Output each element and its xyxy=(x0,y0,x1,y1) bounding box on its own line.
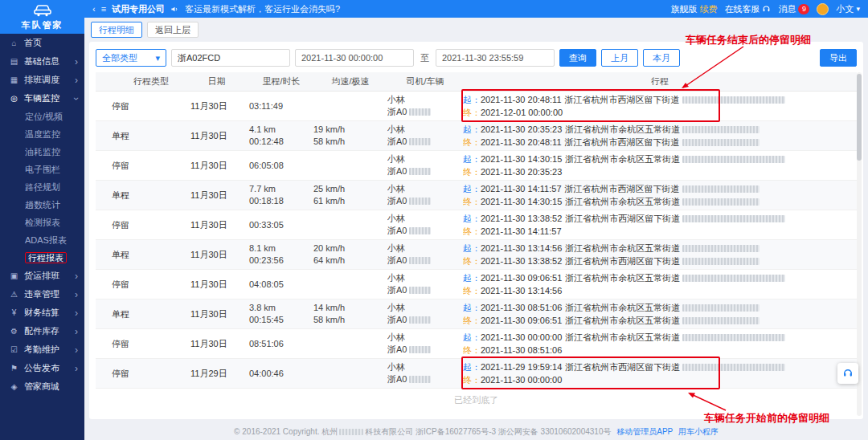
trip-type: 停留 xyxy=(96,329,190,358)
trip-type: 停留 xyxy=(96,210,190,239)
messages[interactable]: 消息 9 xyxy=(778,3,809,15)
subitem-temperature[interactable]: 温度监控 xyxy=(0,125,84,143)
table-row[interactable]: 单程 11月30日 7.7 km00:18:18 25 km/h61 km/h … xyxy=(96,181,857,210)
trip-detail-cell: 起：2021-11-29 19:59:14浙江省杭州市西湖区留下街道 终：202… xyxy=(463,359,857,388)
subitem-route-plan[interactable]: 路径规划 xyxy=(0,178,84,196)
export-button[interactable]: 导出 xyxy=(820,49,857,67)
trip-type-select[interactable]: 全部类型 ▾ xyxy=(96,49,166,67)
subitem-location-video[interactable]: 定位/视频 xyxy=(0,108,84,125)
trip-speed xyxy=(313,92,387,120)
sidebar-item-attendance[interactable]: ☑ 考勤维护 › xyxy=(0,340,84,359)
sidebar-item-violation[interactable]: ⚠ 违章管理 › xyxy=(0,285,84,304)
plate-input[interactable] xyxy=(171,49,290,67)
sidebar-item-mall[interactable]: ◈ 管家商城 xyxy=(0,377,84,396)
chevron-right-icon: › xyxy=(75,75,78,86)
chevron-right-icon: › xyxy=(75,344,78,356)
trip-speed xyxy=(313,151,387,180)
trip-end-line: 终：2021-11-30 13:38:52浙江省杭州市西湖区留下街道 xyxy=(463,255,857,267)
address-mosaic xyxy=(682,139,760,146)
table-row[interactable]: 停留 11月29日 04:00:46 小林浙A0 起：2021-11-29 19… xyxy=(96,359,857,389)
driver-vehicle: 小林浙A0 xyxy=(387,151,463,180)
subitem-adas-report[interactable]: ADAS报表 xyxy=(0,231,84,249)
sidebar-item-freight-schedule[interactable]: ▣ 货运排班 › xyxy=(0,267,84,285)
trip-type: 单程 xyxy=(96,181,190,210)
avatar[interactable] xyxy=(817,3,829,15)
tabs-row: 行程明细 返回上层 xyxy=(84,18,205,42)
announcement-text[interactable]: 客运最新模式解析，客运行业会消失吗? xyxy=(185,3,340,15)
date-from-input[interactable] xyxy=(295,49,414,67)
collapse-menu-icon[interactable]: ≡ xyxy=(101,4,106,14)
floating-service-button[interactable] xyxy=(837,363,858,384)
trip-mileage: 04:00:46 xyxy=(243,359,313,388)
table-body: 停留 11月30日 03:11:49 小林浙A0 起：2021-11-30 20… xyxy=(96,92,857,389)
user-menu[interactable]: 小文 ▾ xyxy=(836,3,860,15)
renew-link[interactable]: 续费 xyxy=(699,3,717,15)
trip-start-line: 起：2021-11-30 13:14:56浙江省杭州市余杭区五常街道 xyxy=(463,242,857,255)
plate-mosaic xyxy=(409,316,431,324)
prev-month-button[interactable]: 上月 xyxy=(601,49,638,67)
trip-type: 停留 xyxy=(96,92,190,120)
table-row[interactable]: 停留 11月30日 03:11:49 小林浙A0 起：2021-11-30 20… xyxy=(96,92,857,121)
sidebar-nav: ⌂ 首页 ▤ 基础信息 › ▦ 排班调度 › ◎ 车辆监控 › 定位/视频 温度… xyxy=(0,34,84,396)
address-mosaic xyxy=(682,215,785,222)
plate-mosaic xyxy=(409,257,431,264)
trip-start-line: 起：2021-11-30 00:00:00浙江省杭州市余杭区五常街道 xyxy=(463,331,857,344)
table-row[interactable]: 单程 11月30日 4.1 km00:12:48 19 km/h58 km/h … xyxy=(96,121,857,151)
flag-icon: ⚑ xyxy=(9,364,19,373)
table-row[interactable]: 停留 11月30日 08:51:06 小林浙A0 起：2021-11-30 00… xyxy=(96,329,857,359)
admin-app-link[interactable]: 移动管理员APP xyxy=(616,427,673,436)
scrollbar-thumb[interactable] xyxy=(857,74,862,161)
table-row[interactable]: 停留 11月30日 04:08:05 小林浙A0 起：2021-11-30 09… xyxy=(96,270,857,299)
trip-start-line: 起：2021-11-30 08:51:06浙江省杭州市余杭区五常街道 xyxy=(463,301,857,314)
table-row[interactable]: 停留 11月30日 00:33:05 小林浙A0 起：2021-11-30 13… xyxy=(96,210,857,240)
chevron-right-icon: › xyxy=(75,326,78,337)
headset-icon xyxy=(842,367,854,380)
driver-vehicle: 小林浙A0 xyxy=(387,181,463,210)
search-button[interactable]: 查询 xyxy=(559,49,596,67)
table-row[interactable]: 停留 11月30日 06:05:08 小林浙A0 起：2021-11-30 14… xyxy=(96,151,857,181)
trip-report-panel: 全部类型 ▾ 至 查询 上月 本月 导出 行程类型 日期 里程/时长 均速/极速 xyxy=(89,42,863,419)
sidebar-item-home[interactable]: ⌂ 首页 xyxy=(0,34,84,52)
table-row[interactable]: 单程 11月30日 8.1 km00:23:56 20 km/h64 km/h … xyxy=(96,240,857,270)
checkbox-icon: ☑ xyxy=(9,345,19,354)
trip-mileage: 08:51:06 xyxy=(243,329,313,358)
message-count-badge: 9 xyxy=(798,4,809,14)
home-icon: ⌂ xyxy=(9,39,19,47)
annotation-text-top: 车辆任务结束后的停留明细 xyxy=(686,33,811,47)
monitor-icon: ◎ xyxy=(9,94,19,103)
trip-end-line: 终：2021-11-30 14:30:15浙江省杭州市余杭区五常街道 xyxy=(463,195,857,208)
trip-date: 11月30日 xyxy=(190,329,243,358)
end-of-list-text: 已经到底了 xyxy=(96,389,857,406)
sidebar-item-finance[interactable]: ¥ 财务结算 › xyxy=(0,304,84,322)
headset-icon xyxy=(762,4,771,14)
app-logo[interactable]: 车队管家 xyxy=(0,0,84,34)
back-icon[interactable]: ‹ xyxy=(92,4,96,14)
subitem-trip-report[interactable]: 行程报表 xyxy=(0,249,84,267)
table-row[interactable]: 单程 11月30日 3.8 km00:15:45 14 km/h58 km/h … xyxy=(96,299,857,329)
sidebar-item-basic-info[interactable]: ▤ 基础信息 › xyxy=(0,52,84,71)
plan-renew[interactable]: 旗舰版续费 xyxy=(670,3,717,15)
date-to-input[interactable] xyxy=(436,49,555,67)
address-mosaic xyxy=(682,185,760,193)
subitem-trip-count[interactable]: 趟数统计 xyxy=(0,196,84,214)
this-month-button[interactable]: 本月 xyxy=(643,49,680,67)
sidebar-item-vehicle-monitor[interactable]: ◎ 车辆监控 › xyxy=(0,89,84,108)
subitem-fuel[interactable]: 油耗监控 xyxy=(0,143,84,161)
sidebar-item-scheduling[interactable]: ▦ 排班调度 › xyxy=(0,71,84,89)
sidebar-item-announcement[interactable]: ⚑ 公告发布 › xyxy=(0,359,84,377)
subitem-inspection-report[interactable]: 检测报表 xyxy=(0,214,84,231)
sidebar: 车队管家 ⌂ 首页 ▤ 基础信息 › ▦ 排班调度 › ◎ 车辆监控 › 定 xyxy=(0,0,84,440)
subitem-geofence[interactable]: 电子围栏 xyxy=(0,161,84,178)
address-mosaic xyxy=(682,364,785,371)
trip-start-line: 起：2021-11-30 14:30:15浙江省杭州市余杭区五常街道 xyxy=(463,153,857,165)
tab-trip-detail[interactable]: 行程明细 xyxy=(91,22,142,38)
sidebar-item-parts-inventory[interactable]: ⚙ 配件库存 › xyxy=(0,322,84,340)
chevron-right-icon: › xyxy=(75,271,78,282)
online-service[interactable]: 在线客服 xyxy=(724,3,771,15)
info-icon: ▤ xyxy=(9,57,19,66)
back-up-button[interactable]: 返回上层 xyxy=(147,22,199,38)
plate-mosaic xyxy=(409,198,431,205)
mini-program-link[interactable]: 用车小程序 xyxy=(678,427,719,436)
address-mosaic xyxy=(682,317,760,324)
chevron-right-icon: › xyxy=(75,56,78,67)
